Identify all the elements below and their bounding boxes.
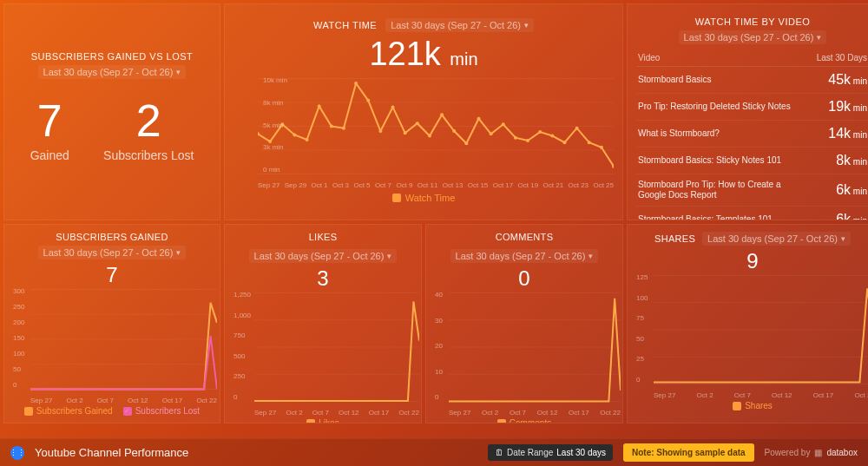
likes-chart: 1,2501,0007505002500 Sep 27Oct 2Oct 7Oct… xyxy=(254,291,414,417)
svg-point-15 xyxy=(378,129,382,133)
svg-point-21 xyxy=(452,129,456,133)
svg-point-32 xyxy=(588,141,591,144)
svg-point-18 xyxy=(416,121,419,125)
legend-checkbox-icon: ✓ xyxy=(123,407,132,416)
table-row[interactable]: What is Stormboard? 14k min xyxy=(636,121,868,148)
lost-metric: 2 Subscribers Lost xyxy=(103,98,194,162)
panel-subscribers-gained: SUBSCRIBERS GAINED Last 30 days (Sep 27 … xyxy=(3,224,220,423)
video-name: What is Stormboard? xyxy=(638,128,720,139)
svg-point-22 xyxy=(464,141,468,145)
svg-point-16 xyxy=(391,106,395,109)
table-row[interactable]: Pro Tip: Restoring Deleted Sticky Notes … xyxy=(636,94,868,121)
panel-comments: COMMENTS Last 30 days (Sep 27 - Oct 26) … xyxy=(425,224,623,423)
panel-watch-time: WATCH TIME Last 30 days (Sep 27 - Oct 26… xyxy=(224,3,623,220)
legend-checkbox-icon: ✓ xyxy=(497,419,506,424)
date-range-select[interactable]: Last 30 days (Sep 27 - Oct 26) ▾ xyxy=(702,232,851,246)
chevron-down-icon: ▾ xyxy=(589,252,593,260)
subscribers-gained-value: 7 xyxy=(11,263,213,287)
chevron-down-icon: ▾ xyxy=(176,248,181,257)
panel-title: WATCH TIME BY VIDEO xyxy=(695,16,811,27)
date-range-select[interactable]: Last 30 days (Sep 27 - Oct 26) ▾ xyxy=(38,65,187,79)
legend-checkbox-icon: ✓ xyxy=(306,419,315,424)
shares-value: 9 xyxy=(635,249,868,273)
date-range-select[interactable]: Last 30 days (Sep 27 - Oct 26) ▾ xyxy=(249,249,398,263)
legend: ✓Comments xyxy=(433,418,615,423)
legend: ✓Likes xyxy=(232,418,414,423)
video-name: Stormboard Basics: Templates 101 xyxy=(638,214,773,220)
shares-chart: 1251007550250 Sep 27Oct 2Oct 7Oct 12Oct … xyxy=(654,273,868,399)
panel-title: WATCH TIME xyxy=(313,20,377,30)
chevron-down-icon: ▾ xyxy=(387,252,391,260)
gained-metric: 7 Gained xyxy=(30,98,69,162)
video-value: 8k min xyxy=(836,153,867,168)
panel-title: LIKES xyxy=(309,232,338,242)
x-axis-labels: Sep 27Sep 29Oct 1Oct 3Oct 5Oct 7Oct 9Oct… xyxy=(258,181,614,189)
legend-checkbox-icon: ✓ xyxy=(24,407,33,416)
video-value: 6k min xyxy=(836,212,867,220)
table-row[interactable]: Stormboard Basics: Templates 101 6k min xyxy=(636,207,868,220)
video-value: 19k min xyxy=(828,99,867,115)
video-name: Stormboard Basics: Sticky Notes 101 xyxy=(638,155,781,166)
video-table-body: Stormboard Basics 45k minPro Tip: Restor… xyxy=(636,67,868,220)
app-logo-icon: ⋮⋮ xyxy=(10,446,24,460)
panel-likes: LIKES Last 30 days (Sep 27 - Oct 26) ▾ 3… xyxy=(224,224,422,423)
chevron-down-icon: ▾ xyxy=(817,33,821,42)
table-row[interactable]: Stormboard Basics: Sticky Notes 101 8k m… xyxy=(636,148,868,174)
svg-point-30 xyxy=(562,141,566,144)
svg-point-10 xyxy=(318,104,321,108)
video-value: 6k min xyxy=(836,182,867,198)
powered-by: Powered by ▦ databox xyxy=(765,448,858,457)
legend: ✓Shares xyxy=(635,401,868,410)
date-range-select[interactable]: Last 30 days (Sep 27 - Oct 26) ▾ xyxy=(679,30,827,44)
svg-point-11 xyxy=(330,125,333,128)
table-row[interactable]: Stormboard Basics 45k min xyxy=(636,67,868,94)
svg-point-23 xyxy=(477,117,480,121)
y-axis-labels: 10k min8k min5k min3k min0 min xyxy=(263,76,287,174)
svg-point-24 xyxy=(490,132,493,135)
svg-point-19 xyxy=(428,135,431,138)
svg-point-29 xyxy=(550,135,554,138)
svg-point-9 xyxy=(306,138,309,141)
panel-title: SHARES xyxy=(654,233,695,244)
svg-point-13 xyxy=(354,82,358,85)
dashboard-title: Youtube Channel Performance xyxy=(35,446,188,459)
col-header-value: Last 30 Days xyxy=(817,53,867,62)
calendar-icon: 🗓 xyxy=(495,448,503,457)
video-value: 14k min xyxy=(828,126,867,141)
comments-chart: 403020100 Sep 27Oct 2Oct 7Oct 12Oct 17Oc… xyxy=(449,291,615,417)
svg-point-8 xyxy=(293,133,296,136)
panel-title: COMMENTS xyxy=(496,232,554,242)
comments-value: 0 xyxy=(433,266,615,291)
video-value: 45k min xyxy=(828,72,867,88)
date-range-select[interactable]: Last 30 days (Sep 27 - Oct 26) ▾ xyxy=(450,249,599,263)
video-name: Stormboard Basics xyxy=(638,75,711,85)
table-row[interactable]: Stormboard Pro Tip: How to Create a Goog… xyxy=(636,174,868,207)
panel-shares: SHARES Last 30 days (Sep 27 - Oct 26) ▾ … xyxy=(627,224,868,423)
legend: ✓Subscribers Gained ✓Subscribers Lost xyxy=(11,406,213,416)
date-range-button[interactable]: 🗓 Date Range Last 30 days xyxy=(488,444,613,461)
watch-time-chart: 10k min8k min5k min3k min0 min Sep 27Sep… xyxy=(258,76,614,189)
subscribers-gained-chart: 300250200150100500 Sep 27Oct 2Oct 7Oct 1… xyxy=(30,287,213,404)
panel-watch-time-by-video: WATCH TIME BY VIDEO Last 30 days (Sep 27… xyxy=(627,3,868,220)
date-range-select[interactable]: Last 30 days (Sep 27 - Oct 26) ▾ xyxy=(38,246,187,259)
date-range-select[interactable]: Last 30 days (Sep 27 - Oct 26) ▾ xyxy=(385,18,534,32)
legend-checkbox-icon: ✓ xyxy=(733,402,741,410)
svg-point-17 xyxy=(404,131,407,135)
chevron-down-icon: ▾ xyxy=(176,68,181,76)
databox-logo-icon: ▦ xyxy=(814,448,822,457)
panel-title: SUBSCRIBERS GAINED VS LOST xyxy=(31,51,194,62)
video-name: Stormboard Pro Tip: How to Create a Goog… xyxy=(638,180,794,200)
svg-point-20 xyxy=(440,113,444,116)
svg-point-12 xyxy=(342,127,345,130)
sample-data-note: Note: Showing sample data xyxy=(623,443,754,462)
svg-point-25 xyxy=(502,122,505,126)
col-header-video: Video xyxy=(638,53,660,62)
video-name: Pro Tip: Restoring Deleted Sticky Notes xyxy=(638,102,791,112)
chevron-down-icon: ▾ xyxy=(841,234,845,243)
panel-subscribers-gained-vs-lost: SUBSCRIBERS GAINED VS LOST Last 30 days … xyxy=(3,3,220,220)
likes-value: 3 xyxy=(232,266,414,291)
watch-time-value: 121k min xyxy=(233,36,614,73)
watch-time-legend: ✓ Watch Time xyxy=(233,193,614,203)
panel-title: SUBSCRIBERS GAINED xyxy=(56,232,168,242)
svg-point-33 xyxy=(600,146,603,149)
